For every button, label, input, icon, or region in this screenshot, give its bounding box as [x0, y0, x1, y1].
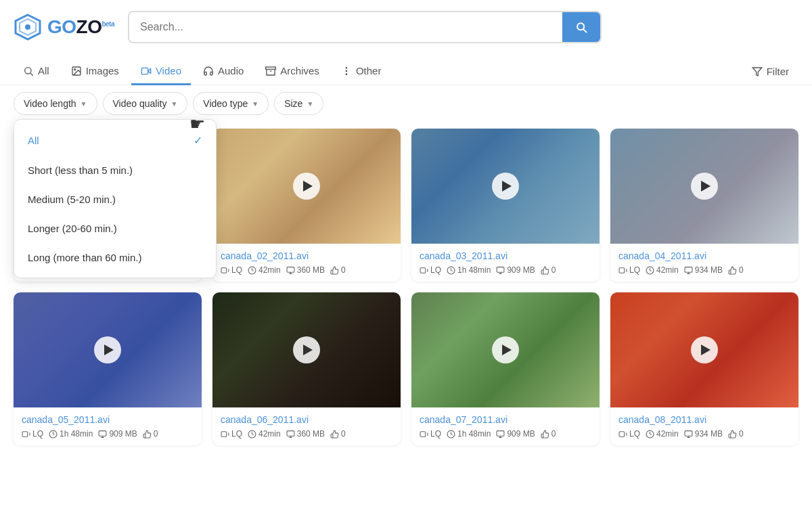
archive-nav-icon — [265, 66, 276, 76]
search-icon — [574, 20, 588, 34]
card-title-4[interactable]: canada_04_2011.avi — [618, 250, 790, 261]
svg-point-6 — [74, 68, 75, 70]
thumbnail-3[interactable] — [411, 129, 600, 244]
play-button-2[interactable] — [293, 173, 320, 200]
card-title-3[interactable]: canada_03_2011.avi — [420, 250, 591, 261]
quality-badge-4: LQ — [618, 265, 640, 275]
check-icon: ✓ — [194, 134, 202, 147]
audio-nav-icon — [203, 66, 214, 76]
svg-point-2 — [25, 24, 30, 30]
size-7: 909 MB — [496, 429, 535, 439]
svg-rect-36 — [685, 267, 692, 272]
card-7: canada_07_2011.avi LQ 1h 48min 909 MB 0 — [411, 292, 600, 445]
nav-item-archives[interactable]: Archives — [256, 58, 329, 85]
nav-item-all[interactable]: All — [14, 58, 59, 85]
card-title-8[interactable]: canada_08_2011.avi — [618, 414, 790, 425]
svg-rect-57 — [619, 431, 625, 437]
size-3: 909 MB — [496, 265, 535, 275]
duration-2: 42min — [248, 265, 281, 275]
dropdown-item-longer[interactable]: Longer (20-60 min.) — [14, 214, 216, 243]
svg-rect-7 — [141, 68, 148, 74]
nav-item-images[interactable]: Images — [62, 58, 129, 85]
duration-6: 42min — [248, 429, 281, 439]
thumbnail-4[interactable] — [610, 129, 798, 244]
size-2: 360 MB — [286, 265, 325, 275]
video-type-dropdown[interactable]: Video type ▼ — [193, 92, 269, 115]
chevron-down-icon: ▼ — [171, 100, 177, 108]
filter-icon — [752, 66, 763, 77]
card-meta-8: LQ 42min 934 MB 0 — [618, 429, 790, 439]
likes-4: 0 — [728, 265, 744, 275]
thumbnail-5[interactable] — [14, 292, 202, 407]
card-info-4: canada_04_2011.avi LQ 42min 934 MB 0 — [610, 244, 798, 282]
card-5: canada_05_2011.avi LQ 1h 48min 909 MB 0 — [14, 292, 202, 445]
play-button-6[interactable] — [293, 336, 320, 363]
duration-4: 42min — [646, 265, 679, 275]
video-length-menu: All ✓ Short (less than 5 min.) Medium (5… — [14, 119, 217, 278]
filter-button[interactable]: Filter — [742, 59, 798, 84]
svg-line-4 — [30, 73, 33, 76]
card-title-5[interactable]: canada_05_2011.avi — [22, 414, 194, 425]
quality-badge-7: LQ — [420, 429, 441, 439]
search-button[interactable] — [562, 12, 600, 42]
card-title-6[interactable]: canada_06_2011.avi — [221, 414, 392, 425]
svg-rect-27 — [420, 267, 426, 273]
play-button-5[interactable] — [94, 336, 121, 363]
card-title-2[interactable]: canada_02_2011.avi — [221, 250, 392, 261]
likes-8: 0 — [728, 429, 744, 439]
other-nav-icon — [341, 66, 352, 76]
play-button-7[interactable] — [492, 336, 519, 363]
card-8: canada_08_2011.avi LQ 42min 934 MB 0 — [610, 292, 798, 445]
quality-badge-5: LQ — [22, 429, 43, 439]
quality-badge-2: LQ — [221, 265, 242, 275]
thumbnail-6[interactable] — [212, 292, 401, 407]
card-info-6: canada_06_2011.avi LQ 42min 360 MB 0 — [212, 407, 401, 445]
dropdown-item-medium[interactable]: Medium (5-20 min.) — [14, 185, 216, 214]
likes-6: 0 — [330, 429, 346, 439]
size-4: 934 MB — [684, 265, 723, 275]
card-meta-7: LQ 1h 48min 909 MB 0 — [420, 429, 591, 439]
video-quality-dropdown[interactable]: Video quality ▼ — [103, 92, 188, 115]
image-nav-icon — [71, 66, 82, 76]
card-info-5: canada_05_2011.avi LQ 1h 48min 909 MB 0 — [14, 407, 202, 445]
card-meta-4: LQ 42min 934 MB 0 — [618, 265, 790, 275]
card-title-7[interactable]: canada_07_2011.avi — [420, 414, 591, 425]
nav-item-other[interactable]: Other — [332, 58, 391, 85]
likes-5: 0 — [143, 429, 158, 439]
card-info-8: canada_08_2011.avi LQ 42min 934 MB 0 — [610, 407, 798, 445]
card-meta-6: LQ 42min 360 MB 0 — [221, 429, 392, 439]
nav-item-video[interactable]: Video — [131, 58, 191, 85]
logo-icon — [14, 13, 42, 41]
svg-rect-51 — [420, 431, 426, 437]
card-info-2: canada_02_2011.avi LQ 42min 360 MB 0 — [212, 244, 401, 282]
size-8: 934 MB — [684, 429, 723, 439]
nav-item-audio[interactable]: Audio — [194, 58, 253, 85]
dropdown-item-all[interactable]: All ✓ — [14, 125, 216, 156]
card-info-7: canada_07_2011.avi LQ 1h 48min 909 MB 0 — [411, 407, 600, 445]
logo: GOZObeta — [14, 13, 114, 41]
play-button-4[interactable] — [691, 173, 718, 200]
sub-nav: Video length ▼ Video quality ▼ Video typ… — [0, 85, 812, 122]
card-meta-2: LQ 42min 360 MB 0 — [221, 265, 392, 275]
svg-point-3 — [25, 67, 31, 73]
play-button-8[interactable] — [691, 336, 718, 363]
svg-rect-24 — [287, 267, 294, 272]
logo-text: GOZObeta — [47, 16, 114, 38]
search-input[interactable]: avi — [129, 13, 562, 41]
thumbnail-2[interactable] — [212, 129, 401, 244]
dropdown-item-long[interactable]: Long (more than 60 min.) — [14, 243, 216, 272]
quality-badge-3: LQ — [420, 265, 441, 275]
svg-rect-42 — [99, 430, 106, 436]
video-length-dropdown[interactable]: Video length ▼ — [14, 92, 97, 115]
size-dropdown[interactable]: Size ▼ — [274, 92, 323, 115]
svg-rect-60 — [685, 430, 692, 436]
play-button-3[interactable] — [492, 173, 519, 200]
chevron-down-icon: ▼ — [252, 100, 258, 108]
dropdown-item-short[interactable]: Short (less than 5 min.) — [14, 156, 216, 185]
thumbnail-7[interactable] — [411, 292, 600, 407]
card-3: canada_03_2011.avi LQ 1h 48min 909 MB 0 — [411, 129, 600, 282]
thumbnail-8[interactable] — [610, 292, 798, 407]
likes-3: 0 — [541, 265, 556, 275]
svg-rect-21 — [221, 267, 227, 273]
nav-bar: All Images Video Audio Archives Other Fi… — [0, 54, 812, 85]
